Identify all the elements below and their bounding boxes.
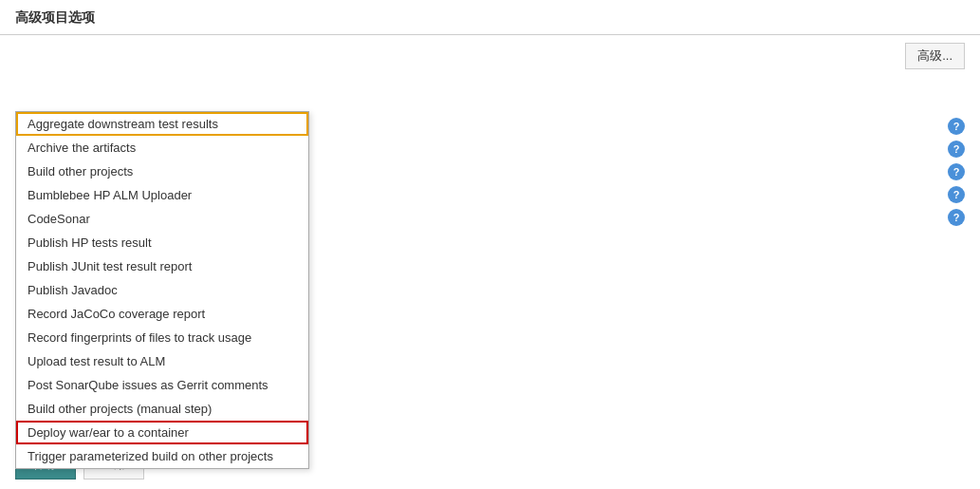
dropdown-item-publish-hp[interactable]: Publish HP tests result [16, 231, 308, 254]
section-title: 高级项目选项 [0, 0, 980, 35]
advanced-button[interactable]: 高级... [905, 43, 965, 69]
dropdown-menu: Aggregate downstream test resultsArchive… [15, 111, 309, 469]
dropdown-item-archive[interactable]: Archive the artifacts [16, 136, 308, 160]
dropdown-item-publish-javadoc[interactable]: Publish Javadoc [16, 278, 308, 302]
dropdown-container: Aggregate downstream test resultsArchive… [15, 111, 309, 469]
main-content: Aggregate downstream test resultsArchive… [0, 77, 980, 238]
dropdown-item-trigger[interactable]: Trigger parameterized build on other pro… [16, 444, 308, 468]
dropdown-item-deploy-war[interactable]: Deploy war/ear to a container [16, 421, 308, 444]
top-bar: 高级... [0, 35, 980, 77]
help-icon-2[interactable]: ? [948, 141, 965, 158]
help-icon-3[interactable]: ? [948, 163, 965, 180]
dropdown-item-post-sonar[interactable]: Post SonarQube issues as Gerrit comments [16, 373, 308, 397]
help-row-3: ? [328, 160, 965, 183]
dropdown-item-build-other[interactable]: Build other projects [16, 160, 308, 183]
dropdown-item-record-jacoco[interactable]: Record JaCoCo coverage report [16, 302, 308, 326]
rows-area: ? ? ? ? ? [328, 115, 965, 229]
dropdown-item-publish-junit[interactable]: Publish JUnit test result report [16, 254, 308, 278]
dropdown-item-upload-alm[interactable]: Upload test result to ALM [16, 349, 308, 373]
dropdown-item-bumblebee[interactable]: Bumblebee HP ALM Uploader [16, 183, 308, 207]
page-wrapper: 高级项目选项 高级... Aggregate downstream test r… [0, 0, 980, 489]
help-icon-4[interactable]: ? [948, 186, 965, 203]
dropdown-item-record-fingerprints[interactable]: Record fingerprints of files to track us… [16, 326, 308, 349]
dropdown-item-build-manual[interactable]: Build other projects (manual step) [16, 397, 308, 421]
dropdown-item-codesonar[interactable]: CodeSonar [16, 207, 308, 231]
help-icon-1[interactable]: ? [948, 118, 965, 135]
dropdown-item-aggregate[interactable]: Aggregate downstream test results [16, 112, 308, 136]
help-row-4: ? [328, 183, 965, 206]
help-row-2: ? [328, 138, 965, 160]
help-row-1: ? [328, 115, 965, 138]
help-row-5: ? [328, 206, 965, 229]
help-icon-5[interactable]: ? [948, 209, 965, 226]
